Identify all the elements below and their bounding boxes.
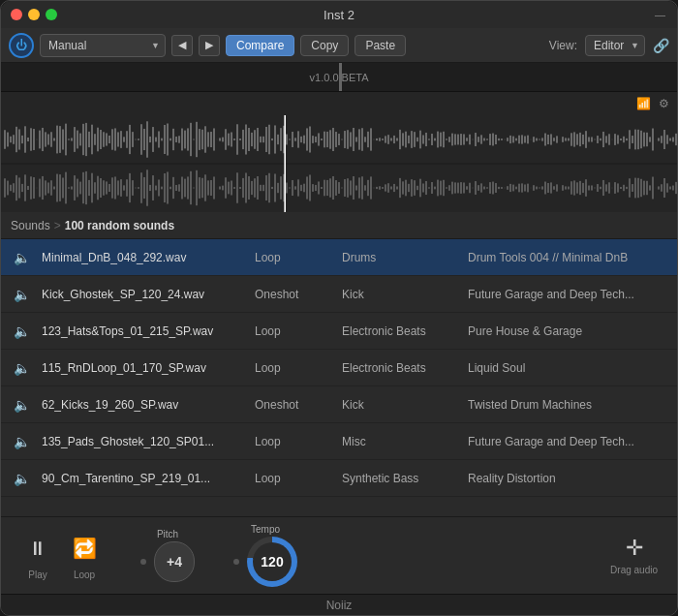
- speaker-icon: 🔈: [11, 360, 32, 376]
- table-row[interactable]: 🔈 90_Cm_Tarentino_SP_219_01... Loop Synt…: [1, 460, 677, 497]
- view-dropdown[interactable]: Editor: [585, 35, 645, 56]
- waveform-header: v1.0.0 BETA: [1, 63, 677, 92]
- tempo-label: Tempo: [251, 524, 280, 535]
- file-name: 123_Hats&Tops_01_215_SP.wav: [42, 324, 245, 338]
- toolbar-right: View: Editor ▼ 🔗: [549, 35, 669, 56]
- tempo-value: 120: [253, 542, 292, 581]
- waveform-canvas: [1, 115, 677, 212]
- table-row[interactable]: 🔈 123_Hats&Tops_01_215_SP.wav Loop Elect…: [1, 313, 677, 350]
- file-name: Kick_Ghostek_SP_120_24.wav: [42, 288, 245, 301]
- window-minimize-right[interactable]: —: [655, 9, 665, 20]
- loop-label: Loop: [74, 570, 95, 580]
- file-category: Misc: [342, 435, 458, 448]
- tempo-section: Tempo 120: [233, 524, 297, 587]
- file-category: Synthetic Bass: [342, 472, 458, 485]
- tempo-dot-icon: [233, 559, 239, 565]
- loop-control[interactable]: 🔁 Loop: [67, 531, 102, 580]
- waveform-display[interactable]: [1, 115, 677, 212]
- file-type: Oneshot: [255, 288, 332, 301]
- drag-audio-button[interactable]: ✛ Drag audio: [610, 536, 658, 575]
- link-icon[interactable]: 🔗: [653, 38, 669, 53]
- table-row[interactable]: 🔈 135_Pads_Ghostek_120_SP01... Loop Misc…: [1, 423, 677, 460]
- manual-dropdown[interactable]: Manual: [40, 34, 166, 57]
- file-category: Electronic Beats: [342, 324, 458, 338]
- window-controls[interactable]: [11, 9, 57, 20]
- breadcrumb: Sounds > 100 random sounds: [1, 212, 677, 239]
- speaker-icon: 🔈: [11, 434, 32, 449]
- bottom-bar: ⏸ Play 🔁 Loop Pitch +4 Tempo 120 ✛ Drag …: [1, 516, 677, 594]
- pitch-label: Pitch: [157, 529, 178, 539]
- file-name: 115_RnDLoop_01_170_SP.wav: [42, 361, 245, 375]
- manual-select-wrapper[interactable]: Manual ▼: [40, 34, 166, 57]
- tempo-knob[interactable]: 120: [247, 537, 297, 587]
- file-category: Electronic Beats: [342, 361, 458, 375]
- file-type: Loop: [255, 361, 332, 375]
- speaker-icon: 🔈: [11, 397, 32, 413]
- drag-audio-label: Drag audio: [610, 565, 658, 575]
- file-pack: Drum Tools 004 // Minimal DnB: [468, 251, 667, 264]
- loop-button[interactable]: 🔁: [67, 531, 102, 566]
- table-row[interactable]: 🔈 Minimal_DnB_048_292.wav Loop Drums Dru…: [1, 239, 677, 276]
- breadcrumb-root[interactable]: Sounds: [11, 219, 50, 232]
- app-name: Noiiz: [326, 599, 353, 612]
- play-label: Play: [28, 570, 46, 580]
- view-select-wrapper[interactable]: Editor ▼: [585, 35, 645, 56]
- compare-button[interactable]: Compare: [226, 35, 294, 56]
- prev-button[interactable]: ◀: [171, 35, 193, 56]
- speaker-icon: 🔈: [11, 471, 32, 486]
- file-name: Minimal_DnB_048_292.wav: [42, 251, 245, 264]
- file-category: Kick: [342, 288, 458, 301]
- window-title: Inst 2: [324, 8, 354, 22]
- table-row[interactable]: 🔈 115_RnDLoop_01_170_SP.wav Loop Electro…: [1, 350, 677, 386]
- file-pack: Future Garage and Deep Tech...: [468, 435, 667, 448]
- signal-icon[interactable]: 📶: [636, 97, 651, 110]
- file-pack: Liquid Soul: [468, 361, 667, 375]
- file-pack: Reality Distortion: [468, 472, 667, 485]
- file-type: Oneshot: [255, 398, 332, 412]
- file-pack: Future Garage and Deep Tech...: [468, 288, 667, 301]
- title-bar: Inst 2 —: [1, 1, 677, 28]
- breadcrumb-separator: >: [54, 219, 61, 232]
- file-type: Loop: [255, 324, 332, 338]
- paste-button[interactable]: Paste: [354, 35, 406, 56]
- file-type: Loop: [255, 435, 332, 448]
- speaker-icon: 🔈: [11, 250, 32, 265]
- next-button[interactable]: ▶: [199, 35, 220, 56]
- file-type: Loop: [255, 251, 332, 264]
- file-type: Loop: [255, 472, 332, 485]
- file-category: Kick: [342, 398, 458, 412]
- file-list: 🔈 Minimal_DnB_048_292.wav Loop Drums Dru…: [1, 239, 677, 516]
- play-button[interactable]: ⏸: [20, 531, 55, 566]
- footer: Noiiz: [1, 594, 677, 615]
- pitch-value[interactable]: +4: [154, 541, 195, 582]
- gear-icon[interactable]: ⚙: [659, 97, 669, 110]
- power-button[interactable]: ⏻: [9, 33, 34, 58]
- speaker-icon: 🔈: [11, 323, 32, 339]
- tempo-row: 120: [233, 537, 297, 587]
- view-label: View:: [549, 39, 577, 52]
- minimize-button[interactable]: [28, 9, 40, 20]
- copy-button[interactable]: Copy: [300, 35, 349, 56]
- play-control[interactable]: ⏸ Play: [20, 531, 55, 580]
- table-row[interactable]: 🔈 Kick_Ghostek_SP_120_24.wav Oneshot Kic…: [1, 276, 677, 313]
- file-name: 62_Kicks_19_260_SP.wav: [42, 398, 245, 412]
- pitch-section: Pitch +4: [140, 529, 195, 582]
- secondary-toolbar: 📶 ⚙: [1, 92, 677, 115]
- pitch-dot-icon: [140, 559, 146, 565]
- close-button[interactable]: [11, 9, 22, 20]
- file-name: 90_Cm_Tarentino_SP_219_01...: [42, 472, 245, 485]
- main-toolbar: ⏻ Manual ▼ ◀ ▶ Compare Copy Paste View: …: [1, 28, 677, 63]
- speaker-icon: 🔈: [11, 287, 32, 302]
- drag-icon: ✛: [626, 536, 643, 561]
- version-label: v1.0.0 BETA: [310, 72, 369, 83]
- file-name: 135_Pads_Ghostek_120_SP01...: [42, 435, 245, 448]
- table-row[interactable]: 🔈 62_Kicks_19_260_SP.wav Oneshot Kick Tw…: [1, 386, 677, 423]
- pitch-row: +4: [140, 541, 195, 582]
- file-pack: Twisted Drum Machines: [468, 398, 667, 412]
- breadcrumb-current: 100 random sounds: [65, 219, 174, 232]
- maximize-button[interactable]: [46, 9, 57, 20]
- file-category: Drums: [342, 251, 458, 264]
- file-pack: Pure House & Garage: [468, 324, 667, 338]
